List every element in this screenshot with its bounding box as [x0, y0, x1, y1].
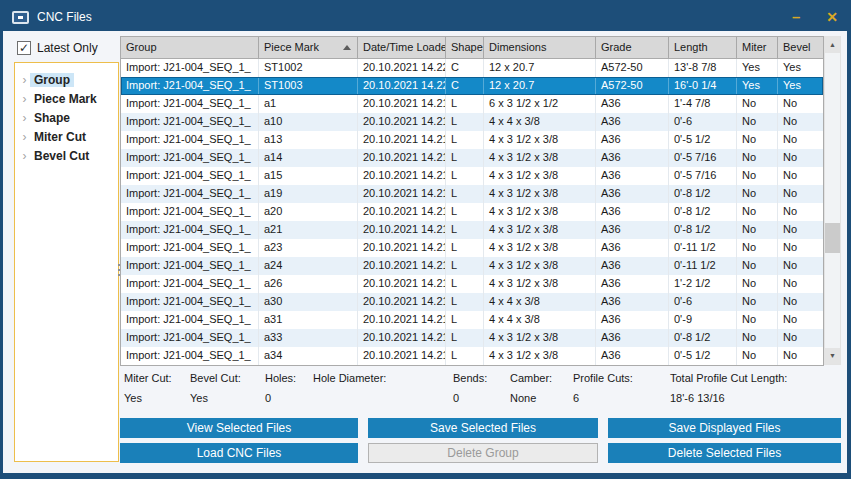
- cell-length: 0'-11 1/2: [669, 239, 737, 257]
- chevron-right-icon: ›: [19, 149, 30, 163]
- table-row[interactable]: Import: J21-004_SEQ_1_a3120.10.2021 14.2…: [121, 311, 823, 329]
- scrollbar-thumb[interactable]: [825, 223, 840, 253]
- summary-value: 0: [265, 392, 309, 404]
- table-row[interactable]: Import: J21-004_SEQ_1_a1420.10.2021 14.2…: [121, 149, 823, 167]
- table-row[interactable]: Import: J21-004_SEQ_1_a2320.10.2021 14.2…: [121, 239, 823, 257]
- summary-value: [313, 392, 449, 404]
- cell-piece-mark: a14: [259, 149, 358, 167]
- column-header-grade[interactable]: Grade: [596, 37, 669, 58]
- cell-length: 1'-4 7/8: [669, 95, 737, 113]
- column-header-label: Dimensions: [489, 41, 546, 53]
- summary-label: Holes:: [265, 372, 309, 384]
- cell-group: Import: J21-004_SEQ_1_: [121, 149, 259, 167]
- save-selected-files-button[interactable]: Save Selected Files: [368, 418, 598, 438]
- latest-only-checkbox[interactable]: ✓: [17, 41, 31, 55]
- minimize-icon[interactable]: –: [792, 12, 800, 22]
- table-row[interactable]: Import: J21-004_SEQ_1_a2620.10.2021 14.2…: [121, 275, 823, 293]
- cell-piece-mark: a19: [259, 185, 358, 203]
- table-row[interactable]: Import: J21-004_SEQ_1_a3020.10.2021 14.2…: [121, 293, 823, 311]
- cell-grade: A36: [596, 293, 669, 311]
- cell-date-time-loaded: 20.10.2021 14.21: [358, 347, 446, 365]
- cell-length: 0'-11 1/2: [669, 257, 737, 275]
- table-row[interactable]: Import: J21-004_SEQ_1_a120.10.2021 14.21…: [121, 95, 823, 113]
- cell-dimensions: 4 x 3 1/2 x 3/8: [484, 221, 596, 239]
- table-row[interactable]: Import: J21-004_SEQ_1_ST100320.10.2021 1…: [121, 77, 823, 95]
- cell-length: 0'-6: [669, 113, 737, 131]
- chevron-right-icon: ›: [19, 111, 30, 125]
- cell-shape: L: [446, 293, 484, 311]
- cell-date-time-loaded: 20.10.2021 14.21: [358, 275, 446, 293]
- cell-date-time-loaded: 20.10.2021 14.21: [358, 149, 446, 167]
- delete-selected-files-button[interactable]: Delete Selected Files: [608, 443, 841, 463]
- sidebar-item-label: Bevel Cut: [30, 149, 93, 163]
- cell-shape: L: [446, 131, 484, 149]
- sidebar-item-miter-cut[interactable]: ›Miter Cut: [15, 127, 118, 146]
- summary-label: Total Profile Cut Length:: [670, 372, 842, 384]
- selection-summary: Miter Cut:YesBevel Cut:YesHoles:0Hole Di…: [120, 372, 842, 404]
- cell-miter: No: [737, 275, 778, 293]
- view-selected-files-button[interactable]: View Selected Files: [120, 418, 358, 438]
- cell-miter: Yes: [737, 77, 778, 95]
- table-row[interactable]: Import: J21-004_SEQ_1_a3420.10.2021 14.2…: [121, 347, 823, 365]
- table-row[interactable]: Import: J21-004_SEQ_1_a1920.10.2021 14.2…: [121, 185, 823, 203]
- cell-bevel: No: [778, 221, 823, 239]
- summary-profile-cuts: Profile Cuts:6: [569, 372, 666, 404]
- cell-miter: No: [737, 329, 778, 347]
- cell-group: Import: J21-004_SEQ_1_: [121, 203, 259, 221]
- sidebar-item-group[interactable]: ›Group: [15, 70, 118, 89]
- cell-dimensions: 4 x 4 x 3/8: [484, 311, 596, 329]
- cell-piece-mark: a13: [259, 131, 358, 149]
- table-row[interactable]: Import: J21-004_SEQ_1_a2020.10.2021 14.2…: [121, 203, 823, 221]
- load-cnc-files-button[interactable]: Load CNC Files: [120, 443, 358, 463]
- column-header-piece-mark[interactable]: Piece Mark: [259, 37, 358, 58]
- table-row[interactable]: Import: J21-004_SEQ_1_ST100220.10.2021 1…: [121, 59, 823, 77]
- cell-group: Import: J21-004_SEQ_1_: [121, 131, 259, 149]
- cell-bevel: No: [778, 167, 823, 185]
- column-header-bevel[interactable]: Bevel: [778, 37, 823, 58]
- cell-date-time-loaded: 20.10.2021 14.22: [358, 59, 446, 77]
- cell-dimensions: 4 x 4 x 3/8: [484, 113, 596, 131]
- save-displayed-files-button[interactable]: Save Displayed Files: [608, 418, 841, 438]
- table-row[interactable]: Import: J21-004_SEQ_1_a2420.10.2021 14.2…: [121, 257, 823, 275]
- scroll-down-button[interactable]: ▼: [825, 348, 840, 364]
- cell-shape: L: [446, 329, 484, 347]
- summary-value: None: [510, 392, 569, 404]
- summary-label: Bevel Cut:: [190, 372, 261, 384]
- cell-length: 0'-5 7/16: [669, 149, 737, 167]
- cell-group: Import: J21-004_SEQ_1_: [121, 347, 259, 365]
- sidebar-item-shape[interactable]: ›Shape: [15, 108, 118, 127]
- cell-length: 0'-8 1/2: [669, 203, 737, 221]
- cell-grade: A36: [596, 131, 669, 149]
- column-header-group[interactable]: Group: [121, 37, 259, 58]
- table-row[interactable]: Import: J21-004_SEQ_1_a3320.10.2021 14.2…: [121, 329, 823, 347]
- table-row[interactable]: Import: J21-004_SEQ_1_a1020.10.2021 14.2…: [121, 113, 823, 131]
- cell-dimensions: 4 x 3 1/2 x 3/8: [484, 257, 596, 275]
- sidebar-item-piece-mark[interactable]: ›Piece Mark: [15, 89, 118, 108]
- column-header-miter[interactable]: Miter: [737, 37, 778, 58]
- column-header-label: Shape: [451, 41, 483, 53]
- column-header-date-time-loaded[interactable]: Date/Time Loaded: [358, 37, 446, 58]
- cell-shape: L: [446, 347, 484, 365]
- cell-length: 16'-0 1/4: [669, 77, 737, 95]
- vertical-scrollbar[interactable]: ▲ ▼: [824, 36, 841, 365]
- cell-length: 0'-6: [669, 293, 737, 311]
- scroll-up-button[interactable]: ▲: [825, 37, 840, 53]
- cell-date-time-loaded: 20.10.2021 14.21: [358, 239, 446, 257]
- sort-ascending-icon: [343, 45, 351, 50]
- column-header-shape[interactable]: Shape: [446, 37, 484, 58]
- cell-miter: No: [737, 311, 778, 329]
- cell-grade: A36: [596, 311, 669, 329]
- table-row[interactable]: Import: J21-004_SEQ_1_a2120.10.2021 14.2…: [121, 221, 823, 239]
- window-title: CNC Files: [37, 10, 92, 24]
- table-row[interactable]: Import: J21-004_SEQ_1_a1320.10.2021 14.2…: [121, 131, 823, 149]
- action-buttons-row-2: Load CNC FilesDelete GroupDelete Selecte…: [120, 443, 842, 463]
- column-header-dimensions[interactable]: Dimensions: [484, 37, 596, 58]
- cell-dimensions: 4 x 3 1/2 x 3/8: [484, 167, 596, 185]
- cell-dimensions: 12 x 20.7: [484, 59, 596, 77]
- cell-grade: A572-50: [596, 59, 669, 77]
- sidebar-item-bevel-cut[interactable]: ›Bevel Cut: [15, 146, 118, 165]
- column-header-length[interactable]: Length: [669, 37, 737, 58]
- latest-only-label: Latest Only: [37, 41, 98, 55]
- table-row[interactable]: Import: J21-004_SEQ_1_a1520.10.2021 14.2…: [121, 167, 823, 185]
- close-icon[interactable]: ✕: [826, 9, 838, 25]
